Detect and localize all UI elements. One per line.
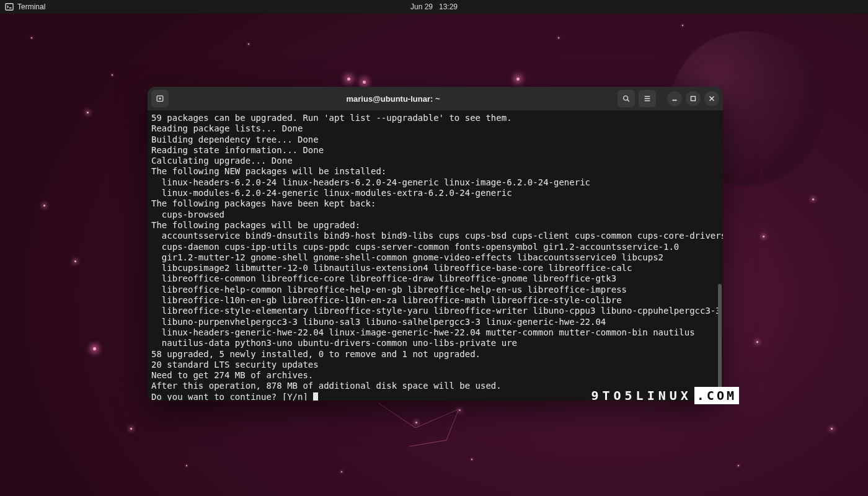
wallpaper-star bbox=[130, 428, 132, 430]
wallpaper-star bbox=[682, 25, 683, 26]
wallpaper-star bbox=[738, 465, 739, 466]
wallpaper-star bbox=[347, 78, 350, 81]
wallpaper-star bbox=[812, 198, 814, 200]
wallpaper-star bbox=[74, 260, 76, 262]
svg-point-2 bbox=[624, 96, 628, 100]
wallpaper-star bbox=[31, 37, 32, 38]
wallpaper-star bbox=[763, 236, 764, 237]
terminal-output[interactable]: 59 packages can be upgraded. Run 'apt li… bbox=[148, 110, 723, 401]
wallpaper-star bbox=[831, 428, 833, 430]
clock[interactable]: Jun 29 13:29 bbox=[410, 2, 458, 11]
maximize-button[interactable] bbox=[686, 91, 701, 106]
watermark-right: .COM bbox=[694, 387, 739, 404]
topbar-date: Jun 29 bbox=[410, 2, 433, 11]
svg-rect-0 bbox=[6, 4, 13, 11]
watermark: 9TO5LINUX .COM bbox=[591, 387, 739, 404]
wallpaper-star bbox=[43, 205, 45, 206]
svg-rect-3 bbox=[691, 97, 696, 101]
close-button[interactable] bbox=[704, 91, 719, 106]
terminal-prompt: Do you want to continue? [Y/n] bbox=[151, 392, 313, 401]
terminal-scrollbar[interactable] bbox=[718, 284, 722, 396]
terminal-app-icon bbox=[5, 2, 14, 11]
wallpaper-star bbox=[87, 112, 89, 113]
wallpaper-star bbox=[341, 471, 342, 472]
wallpaper-constellation bbox=[372, 397, 496, 459]
wallpaper-star bbox=[516, 78, 520, 81]
wallpaper-star bbox=[558, 37, 559, 38]
search-button[interactable] bbox=[618, 90, 635, 107]
wallpaper-star bbox=[363, 81, 366, 84]
wallpaper-star bbox=[248, 43, 249, 45]
minimize-button[interactable] bbox=[667, 91, 682, 106]
wallpaper-star bbox=[112, 74, 113, 76]
topbar-time: 13:29 bbox=[439, 2, 458, 11]
wallpaper-star bbox=[756, 341, 758, 343]
wallpaper-star bbox=[186, 465, 187, 466]
terminal-window: marius@ubuntu-lunar: ~ 59 packages can b… bbox=[148, 87, 723, 401]
wallpaper-star bbox=[471, 459, 472, 460]
window-title: marius@ubuntu-lunar: ~ bbox=[172, 94, 614, 104]
wallpaper-star bbox=[93, 347, 96, 350]
new-tab-button[interactable] bbox=[151, 90, 169, 107]
wallpaper-star bbox=[415, 422, 417, 423]
watermark-left: 9TO5LINUX bbox=[591, 388, 691, 403]
terminal-cursor bbox=[313, 392, 318, 401]
wallpaper-star bbox=[459, 409, 461, 411]
active-app-label[interactable]: Terminal bbox=[17, 2, 45, 11]
window-titlebar[interactable]: marius@ubuntu-lunar: ~ bbox=[148, 87, 723, 110]
hamburger-menu-button[interactable] bbox=[639, 90, 656, 107]
gnome-topbar: Terminal Jun 29 13:29 bbox=[0, 0, 868, 14]
